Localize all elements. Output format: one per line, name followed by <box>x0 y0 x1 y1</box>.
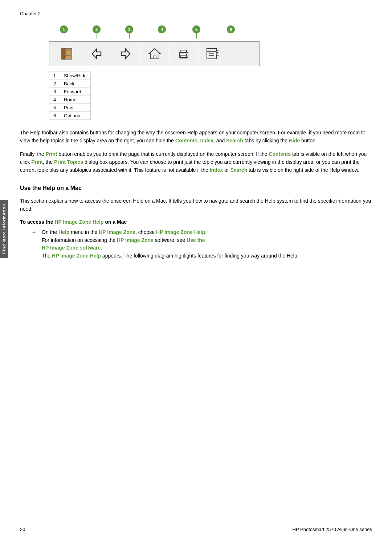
home-icon <box>140 44 169 63</box>
hp-image-zone-help-link-1[interactable]: HP Image Zone Help <box>156 229 205 235</box>
search-link-1[interactable]: Search <box>226 138 243 143</box>
num-line-3 <box>129 33 130 39</box>
legend-num-4: 4 <box>49 96 60 104</box>
svg-marker-6 <box>121 49 130 58</box>
forward-svg <box>119 47 132 60</box>
num-label-4: 4 <box>158 25 166 39</box>
num-label-5: 5 <box>192 25 200 39</box>
num-line-1 <box>64 33 64 39</box>
num-circle-6: 6 <box>227 25 235 33</box>
main-content: Chapter 2 1 2 3 4 <box>20 0 372 260</box>
toolbar-diagram: 1 2 3 4 5 <box>49 25 260 120</box>
legend-label-5: Print <box>60 104 91 112</box>
legend-num-2: 2 <box>49 80 60 88</box>
num-label-2: 2 <box>93 25 101 39</box>
p2-text-1: Finally, the <box>20 151 46 157</box>
contents-link-2[interactable]: Contents <box>269 151 291 157</box>
side-tab-text: Find more information <box>2 204 6 254</box>
hp-image-zone-help-link-sub[interactable]: HP Image Zone Help <box>54 219 103 225</box>
arrow-list-item: → On the Help menu in the HP Image Zone,… <box>31 228 372 260</box>
side-tab: Find more information <box>0 200 8 258</box>
forward-icon <box>111 44 140 63</box>
num-circle-3: 3 <box>125 25 133 33</box>
svg-point-12 <box>186 54 187 55</box>
back-svg <box>90 47 103 60</box>
sub-heading: To access the HP Image Zone Help on a Ma… <box>20 219 372 225</box>
p2-text-7: tab is visible on the right side of the … <box>247 167 359 173</box>
num-label-1: 1 <box>60 25 68 39</box>
num-line-2 <box>97 33 97 39</box>
num-line-6 <box>231 33 231 39</box>
legend-num-5: 5 <box>49 104 60 112</box>
p1-text-2: , <box>197 138 200 143</box>
page-container: Find more information Chapter 2 1 2 3 <box>0 0 392 543</box>
hide-link[interactable]: Hide <box>289 138 300 143</box>
legend-row-1: 1 Show/Hide <box>49 72 91 80</box>
back-icon <box>82 44 111 63</box>
toolbar-box <box>49 41 260 66</box>
print-link-1[interactable]: Print <box>46 151 57 157</box>
section-intro: This section explains how to access the … <box>20 197 372 213</box>
legend-row-5: 5 Print <box>49 104 91 112</box>
legend-label-1: Show/Hide <box>60 72 91 80</box>
sub-heading-text-1: To access the <box>20 219 54 225</box>
legend-row-2: 2 Back <box>49 80 91 88</box>
help-menu-link[interactable]: Help <box>58 229 69 235</box>
p1-text-5: button. <box>300 138 317 143</box>
legend-row-4: 4 Home <box>49 96 91 104</box>
legend-num-6: 6 <box>49 112 60 120</box>
svg-marker-5 <box>92 49 101 58</box>
legend-num-3: 3 <box>49 88 60 96</box>
arrow-text-1: On the <box>42 229 58 235</box>
page-footer: 20 HP Photosmart 2570 All-in-One series <box>20 527 372 532</box>
svg-rect-8 <box>153 56 156 59</box>
num-circle-1: 1 <box>60 25 68 33</box>
hp-image-zone-link-1[interactable]: HP Image Zone <box>99 229 135 235</box>
sub-heading-text-2: on a Mac <box>104 219 127 225</box>
legend-label-2: Back <box>60 80 91 88</box>
print-icon <box>169 44 198 63</box>
arrow-content: On the Help menu in the HP Image Zone, c… <box>42 228 299 260</box>
section-heading: Use the Help on a Mac <box>20 185 372 191</box>
num-line-4 <box>162 33 162 39</box>
print-link-2[interactable]: Print <box>31 159 43 165</box>
num-circle-4: 4 <box>158 25 166 33</box>
paragraph-1: The Help toolbar also contains buttons f… <box>20 129 372 145</box>
print-topics-link[interactable]: Print Topics <box>54 159 83 165</box>
arrow-text-3: , choose <box>135 229 156 235</box>
arrow-text-6: software, see <box>154 237 187 243</box>
p2-text-4: , the <box>43 159 54 165</box>
legend-label-6: Options <box>60 112 91 120</box>
legend-row-6: 6 Options <box>49 112 91 120</box>
show-hide-svg <box>61 47 74 60</box>
svg-rect-1 <box>62 48 65 59</box>
contents-link-1[interactable]: Contents <box>175 138 197 143</box>
legend-label-3: Forward <box>60 88 91 96</box>
arrow-text-9: appears. The following diagram highlight… <box>101 253 299 259</box>
index-link-1[interactable]: Index <box>200 138 214 143</box>
print-svg <box>177 47 190 60</box>
legend-row-3: 3 Forward <box>49 88 91 96</box>
num-circle-5: 5 <box>192 25 200 33</box>
hp-image-zone-link-2[interactable]: HP Image Zone <box>117 237 154 243</box>
num-label-3: 3 <box>125 25 133 39</box>
p2-text-2: button enables you to print the page tha… <box>57 151 269 157</box>
search-link-2[interactable]: Search <box>230 167 248 173</box>
arrow-text-8: The <box>42 253 52 259</box>
hp-image-zone-help-link-2[interactable]: HP Image Zone Help <box>52 253 101 259</box>
home-svg <box>148 47 161 60</box>
footer-product: HP Photosmart 2570 All-in-One series <box>293 527 372 532</box>
p1-text-4: tabs by clicking the <box>243 138 289 143</box>
paragraph-2: Finally, the Print button enables you to… <box>20 150 372 174</box>
p2-text-6: or <box>223 167 230 173</box>
num-label-6: 6 <box>227 25 235 39</box>
number-labels-row: 1 2 3 4 5 <box>49 25 260 40</box>
show-hide-icon <box>53 44 82 63</box>
index-link-2[interactable]: Index <box>210 167 223 173</box>
arrow-text-2: menu in the <box>69 229 99 235</box>
svg-marker-7 <box>149 49 160 59</box>
p1-text-3: , and <box>213 138 226 143</box>
num-circle-2: 2 <box>93 25 101 33</box>
arrow-text-5: For information on accessing the <box>42 237 117 243</box>
footer-page-num: 20 <box>20 527 25 532</box>
